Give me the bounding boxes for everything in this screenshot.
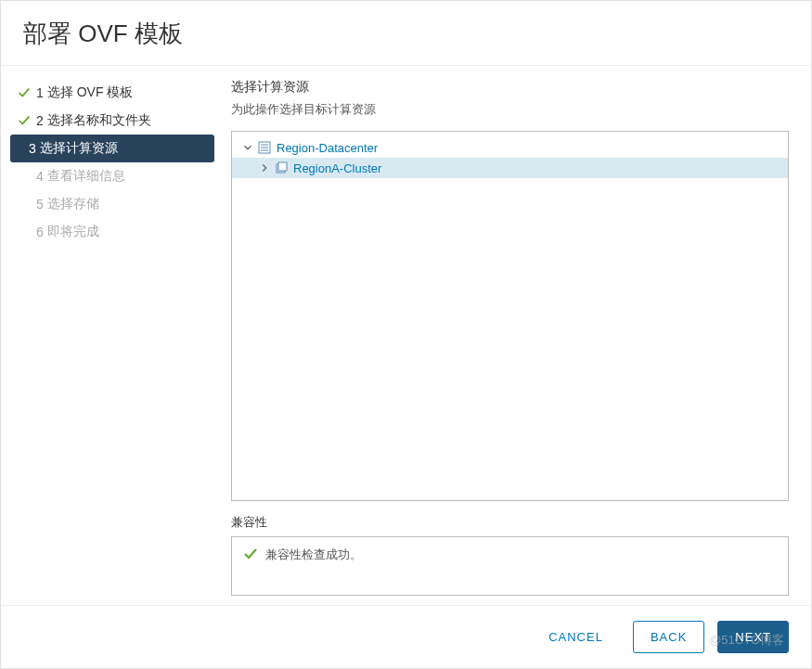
dialog-footer: CANCEL BACK NEXT <box>1 605 811 668</box>
tree-item-datacenter[interactable]: Region-Datacenter <box>232 137 788 158</box>
dialog-body: 1 选择 OVF 模板 2 选择名称和文件夹 3 选择计算资源 4 查看详细信息 <box>1 66 811 605</box>
check-icon <box>243 547 258 565</box>
next-button[interactable]: NEXT <box>717 621 789 653</box>
step-number: 2 <box>36 113 44 128</box>
content-subtitle: 为此操作选择目标计算资源 <box>231 101 789 118</box>
step-3-compute-resource[interactable]: 3 选择计算资源 <box>10 135 214 162</box>
step-1-select-ovf[interactable]: 1 选择 OVF 模板 <box>1 79 224 107</box>
datacenter-icon <box>256 140 273 155</box>
step-6-ready[interactable]: 6 即将完成 <box>1 218 224 246</box>
dialog-title: 部署 OVF 模板 <box>1 1 811 66</box>
compatibility-title: 兼容性 <box>231 514 789 531</box>
step-number: 5 <box>36 197 44 212</box>
step-4-review-details[interactable]: 4 查看详细信息 <box>1 162 224 190</box>
chevron-right-icon[interactable] <box>258 161 271 175</box>
step-label: 即将完成 <box>47 224 99 240</box>
content-title: 选择计算资源 <box>231 79 789 96</box>
back-button[interactable]: BACK <box>633 621 704 653</box>
step-label: 选择 OVF 模板 <box>47 84 134 101</box>
cancel-button[interactable]: CANCEL <box>532 622 620 652</box>
step-label: 选择计算资源 <box>40 140 118 157</box>
compatibility-message: 兼容性检查成功。 <box>265 547 362 563</box>
resource-tree: Region-Datacenter RegionA-Cluster <box>231 131 789 501</box>
step-label: 选择名称和文件夹 <box>47 112 151 129</box>
check-icon <box>18 85 31 100</box>
compatibility-box: 兼容性检查成功。 <box>231 536 789 596</box>
check-icon <box>18 113 31 128</box>
step-number: 6 <box>36 225 44 239</box>
step-number: 4 <box>36 169 44 184</box>
tree-item-cluster[interactable]: RegionA-Cluster <box>232 158 788 178</box>
chevron-down-icon[interactable] <box>241 140 254 155</box>
step-label: 选择存储 <box>47 196 99 212</box>
step-number: 3 <box>29 141 36 156</box>
step-2-name-folder[interactable]: 2 选择名称和文件夹 <box>1 107 224 135</box>
deploy-ovf-dialog: 部署 OVF 模板 1 选择 OVF 模板 2 选择名称和文件夹 3 选择计算资… <box>0 0 812 669</box>
cluster-icon <box>273 161 290 175</box>
step-label: 查看详细信息 <box>47 168 125 185</box>
step-number: 1 <box>36 85 44 100</box>
tree-label: RegionA-Cluster <box>293 161 381 175</box>
wizard-sidebar: 1 选择 OVF 模板 2 选择名称和文件夹 3 选择计算资源 4 查看详细信息 <box>1 66 224 605</box>
step-5-select-storage[interactable]: 5 选择存储 <box>1 190 224 218</box>
svg-rect-5 <box>278 162 287 171</box>
tree-label: Region-Datacenter <box>277 141 378 155</box>
content-pane: 选择计算资源 为此操作选择目标计算资源 Region-Datacenter <box>224 66 811 605</box>
